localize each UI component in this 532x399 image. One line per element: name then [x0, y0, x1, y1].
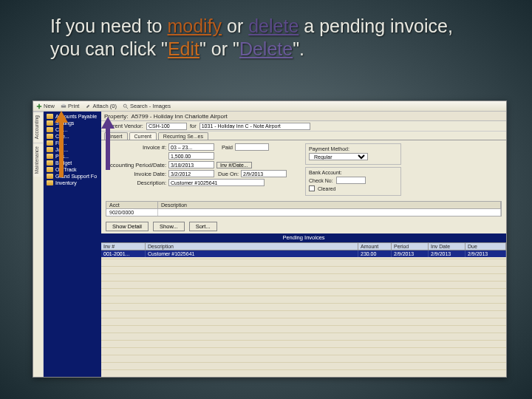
svg-point-2 — [123, 104, 126, 107]
folder-icon — [47, 174, 53, 179]
instruction-caption: If you need to modify or delete a pendin… — [50, 15, 488, 61]
tree-item[interactable]: Che... — [45, 133, 100, 140]
paid-label: Paid — [216, 144, 233, 151]
action-buttons: Show Detail Show... Sort... — [101, 219, 506, 233]
paid-input[interactable] — [235, 143, 269, 151]
word-edit: Edit — [168, 38, 200, 59]
folder-icon — [47, 160, 53, 166]
period-input[interactable] — [168, 161, 214, 168]
items-acct-cell: 9020/0000 — [106, 209, 158, 216]
tree-item[interactable]: Settings — [45, 120, 100, 126]
pending-invoices-header: Pending Invoices — [101, 233, 506, 242]
folder-icon — [47, 154, 53, 159]
grid-header: Inv # Description Amount Period Inv Date… — [101, 242, 506, 250]
tree-item[interactable]: Cal... — [45, 126, 100, 133]
property-label: Property: — [104, 113, 128, 120]
invoice-no-input[interactable] — [168, 143, 214, 151]
folder-icon — [47, 127, 53, 132]
gh-invdate: Inv Date — [429, 243, 466, 250]
navigation-tree: Accounts Payable Settings Cal... Che... … — [44, 112, 101, 377]
tree-item[interactable]: OutTrack — [45, 166, 100, 173]
tree-item[interactable]: Accounts Payable — [45, 113, 100, 120]
word-delete: delete — [248, 16, 299, 36]
toolbar-attach-button[interactable]: Attach (0) — [85, 103, 117, 109]
tree-item[interactable]: Budget — [45, 160, 100, 166]
toolbar-new-button[interactable]: New — [36, 103, 55, 109]
show-detail-button[interactable]: Show Detail — [106, 222, 149, 231]
pay-method-select[interactable]: Regular — [309, 153, 368, 160]
vendor-input[interactable] — [146, 123, 187, 130]
due-input[interactable] — [241, 170, 287, 177]
vendor-label: Current Vendor: — [104, 123, 143, 129]
gh-due: Due — [466, 243, 506, 250]
vtab-maintenance[interactable]: Maintenance — [33, 143, 43, 177]
tree-item[interactable]: Pos... — [45, 153, 100, 160]
items-acct-header: Acct — [106, 202, 158, 208]
check-no-input[interactable] — [336, 177, 366, 184]
folder-icon — [47, 180, 53, 185]
gh-inv: Inv # — [101, 243, 146, 250]
vendor-for-label: for — [190, 123, 197, 129]
gh-period: Period — [392, 243, 429, 250]
check-label: Check No: — [309, 178, 333, 183]
pay-method-label: Payment Method: — [309, 146, 349, 151]
desc-label: Description: — [106, 180, 166, 186]
invoice-no-label: Invoice #: — [106, 144, 166, 151]
tab-insert[interactable]: Insert — [104, 132, 128, 140]
tab-recurring[interactable]: Recurring Se...es — [158, 132, 208, 140]
bank-block: Bank Account: Check No: Cleared — [305, 167, 401, 196]
plus-icon — [36, 103, 42, 109]
desc-input[interactable] — [168, 179, 265, 186]
grid-empty-area — [101, 257, 506, 377]
tree-item[interactable]: Fin... — [45, 140, 100, 146]
show-button[interactable]: Show... — [153, 222, 185, 231]
gh-amount: Amount — [358, 243, 392, 250]
toolbar-print-button[interactable]: Print — [61, 103, 79, 109]
vtab-accounting[interactable]: Accounting — [33, 112, 43, 142]
word-delete-2: Delete — [239, 38, 293, 59]
gh-desc: Description — [146, 243, 358, 250]
cleared-label: Cleared — [318, 186, 336, 191]
folder-icon — [47, 147, 53, 152]
folder-icon — [47, 140, 53, 146]
app-toolbar: New Print Attach (0) Search - Images — [33, 101, 506, 112]
folder-icon — [47, 134, 53, 139]
items-header: Acct Description — [106, 201, 502, 209]
property-value: A5799 - Holiday Inn Charlotte Airport — [131, 113, 227, 120]
vendor-row: Current Vendor: for — [101, 121, 506, 132]
vertical-tabs: Accounting Maintenance — [33, 112, 44, 377]
attach-icon — [85, 103, 91, 109]
bank-label: Bank Account: — [309, 170, 342, 175]
search-icon — [123, 103, 129, 109]
payment-method-block: Payment Method: Regular — [305, 143, 401, 165]
sort-button[interactable]: Sort... — [189, 222, 217, 231]
tree-item[interactable]: Grand Support Fo — [45, 173, 100, 180]
svg-rect-1 — [62, 103, 64, 105]
folder-icon — [47, 167, 53, 172]
tree-item[interactable]: Jou... — [45, 146, 100, 153]
print-icon — [61, 103, 66, 109]
toolbar-search-button[interactable]: Search - Images — [123, 103, 171, 109]
due-label: Due On: — [216, 171, 239, 177]
invoice-tabs: Insert Current Recurring Se...es — [101, 132, 506, 140]
invdate-input[interactable] — [168, 170, 214, 177]
folder-icon — [47, 120, 53, 126]
items-row[interactable]: 9020/0000 — [106, 209, 502, 216]
tab-current[interactable]: Current — [129, 132, 157, 140]
grid-row-selected[interactable]: 001-2001... Customer #1025641 230.00 2/9… — [101, 250, 506, 257]
tree-item[interactable]: Inventory — [45, 180, 100, 186]
period-btn[interactable]: Inv #/Date... — [216, 162, 252, 168]
app-window: New Print Attach (0) Search - Images Acc… — [33, 100, 507, 378]
items-desc-header: Description — [158, 202, 501, 208]
period-label: Accounting Period/Date: — [106, 162, 166, 168]
amount-input[interactable] — [168, 152, 214, 160]
items-desc-cell — [158, 209, 501, 216]
folder-icon — [47, 114, 53, 119]
word-modify: modify — [167, 16, 222, 36]
invdate-label: Invoice Date: — [106, 171, 166, 177]
property-bar: Property: A5799 - Holiday Inn Charlotte … — [101, 112, 506, 121]
cleared-checkbox[interactable] — [309, 185, 315, 191]
vendor-for-input[interactable] — [200, 123, 310, 130]
